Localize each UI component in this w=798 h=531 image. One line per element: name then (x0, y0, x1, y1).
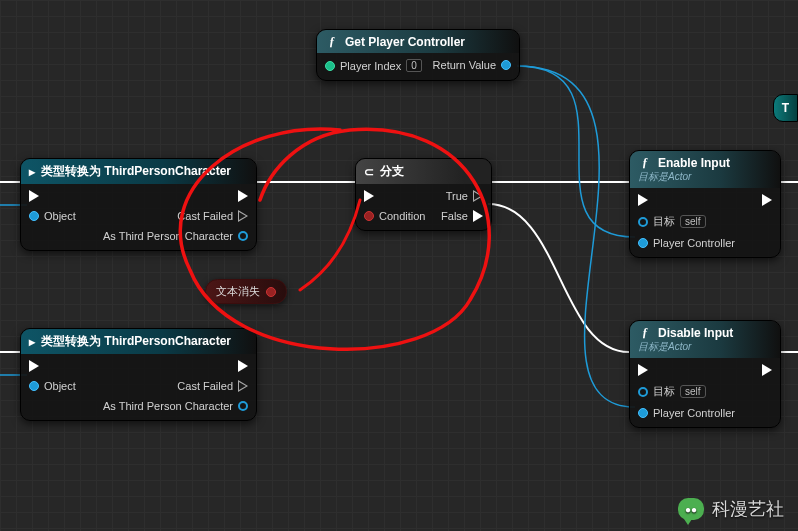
pin-exec-in[interactable] (364, 190, 425, 202)
wechat-icon: ●● (678, 498, 704, 520)
pin-label: Cast Failed (177, 210, 233, 222)
bool-pin-icon (266, 287, 276, 297)
watermark: ●● 科漫艺社 (678, 497, 784, 521)
int-pin-icon (325, 61, 335, 71)
pin-player-controller[interactable]: Player Controller (638, 407, 735, 419)
variable-label: 文本消失 (216, 284, 260, 299)
pin-label: Condition (379, 210, 425, 222)
pin-label: False (441, 210, 468, 222)
bool-pin-icon (364, 211, 374, 221)
player-index-value[interactable]: 0 (406, 59, 422, 72)
object-pin-icon (29, 211, 39, 221)
pin-cast-failed[interactable]: Cast Failed (103, 380, 248, 392)
exec-pin-icon (638, 194, 648, 206)
pin-label: Object (44, 380, 76, 392)
pin-label: As Third Person Character (103, 230, 233, 242)
exec-pin-icon (473, 190, 483, 202)
function-icon: ƒ (325, 34, 339, 49)
object-pin-icon (638, 217, 648, 227)
pin-label: True (446, 190, 468, 202)
exec-pin-icon (638, 364, 648, 376)
pin-label: As Third Person Character (103, 400, 233, 412)
self-value: self (680, 385, 706, 398)
pin-label: Cast Failed (177, 380, 233, 392)
node-branch[interactable]: ⊂ 分支 Condition True False (355, 158, 492, 231)
node-subtitle: 目标是Actor (638, 170, 691, 184)
pin-exec-in[interactable] (638, 194, 735, 206)
exec-pin-icon (762, 364, 772, 376)
node-title: 分支 (380, 163, 404, 180)
exec-pin-icon (238, 380, 248, 392)
exec-pin-icon (238, 210, 248, 222)
function-icon: ƒ (638, 325, 652, 340)
pin-false[interactable]: False (441, 210, 483, 222)
branch-icon: ⊂ (364, 165, 374, 179)
pin-label: Return Value (433, 59, 496, 71)
object-pin-icon (638, 408, 648, 418)
node-enable-input[interactable]: ƒ Enable Input 目标是Actor 目标 self Player C… (629, 150, 781, 258)
blueprint-graph[interactable]: ƒ Get Player Controller Player Index 0 R… (0, 0, 798, 531)
node-title: T (782, 101, 789, 115)
cast-icon: ▸ (29, 165, 35, 179)
pin-exec-in[interactable] (29, 190, 76, 202)
pin-cast-failed[interactable]: Cast Failed (103, 210, 248, 222)
node-header[interactable]: ƒ Disable Input 目标是Actor (630, 321, 780, 358)
pin-target[interactable]: 目标 self (638, 214, 735, 229)
pin-label: Object (44, 210, 76, 222)
pin-as-character[interactable]: As Third Person Character (103, 400, 248, 412)
pin-object[interactable]: Object (29, 210, 76, 222)
node-get-player-controller[interactable]: ƒ Get Player Controller Player Index 0 R… (316, 29, 520, 81)
pin-condition[interactable]: Condition (364, 210, 425, 222)
pin-exec-out[interactable] (103, 190, 248, 202)
self-value: self (680, 215, 706, 228)
exec-pin-icon (29, 190, 39, 202)
pin-return-value[interactable]: Return Value (433, 59, 511, 71)
node-header[interactable]: ⊂ 分支 (356, 159, 491, 184)
exec-pin-icon (238, 190, 248, 202)
exec-pin-icon (364, 190, 374, 202)
node-cast-thirdperson-2[interactable]: ▸ 类型转换为 ThirdPersonCharacter Object Cast… (20, 328, 257, 421)
node-title: 类型转换为 ThirdPersonCharacter (41, 333, 231, 350)
node-header[interactable]: ▸ 类型转换为 ThirdPersonCharacter (21, 159, 256, 184)
pin-label: 目标 (653, 214, 675, 229)
object-pin-icon (238, 231, 248, 241)
function-icon: ƒ (638, 155, 652, 170)
watermark-text: 科漫艺社 (712, 497, 784, 521)
exec-pin-icon (238, 360, 248, 372)
pin-exec-out[interactable] (103, 360, 248, 372)
object-pin-icon (638, 238, 648, 248)
pin-player-index[interactable]: Player Index 0 (325, 59, 422, 72)
pin-label: 目标 (653, 384, 675, 399)
object-pin-icon (29, 381, 39, 391)
variable-text-gone[interactable]: 文本消失 (205, 279, 287, 304)
node-disable-input[interactable]: ƒ Disable Input 目标是Actor 目标 self Player … (629, 320, 781, 428)
node-cast-thirdperson-1[interactable]: ▸ 类型转换为 ThirdPersonCharacter Object Cast… (20, 158, 257, 251)
pin-player-controller[interactable]: Player Controller (638, 237, 735, 249)
object-pin-icon (501, 60, 511, 70)
object-pin-icon (638, 387, 648, 397)
node-header[interactable]: ƒ Enable Input 目标是Actor (630, 151, 780, 188)
node-header[interactable]: ƒ Get Player Controller (317, 30, 519, 53)
exec-pin-icon (29, 360, 39, 372)
node-header[interactable]: ▸ 类型转换为 ThirdPersonCharacter (21, 329, 256, 354)
node-title: 类型转换为 ThirdPersonCharacter (41, 163, 231, 180)
node-subtitle: 目标是Actor (638, 340, 691, 354)
object-pin-icon (238, 401, 248, 411)
pin-label: Player Controller (653, 237, 735, 249)
pin-label: Player Controller (653, 407, 735, 419)
node-title: Enable Input (658, 156, 730, 170)
pin-label: Player Index (340, 60, 401, 72)
pin-exec-in[interactable] (29, 360, 76, 372)
pin-true[interactable]: True (441, 190, 483, 202)
pin-as-character[interactable]: As Third Person Character (103, 230, 248, 242)
pin-object[interactable]: Object (29, 380, 76, 392)
node-title: Disable Input (658, 326, 733, 340)
pin-target[interactable]: 目标 self (638, 384, 735, 399)
exec-pin-icon (473, 210, 483, 222)
pin-exec-out[interactable] (762, 194, 772, 206)
pin-exec-in[interactable] (638, 364, 735, 376)
node-clipped-teal[interactable]: T (773, 94, 798, 122)
cast-icon: ▸ (29, 335, 35, 349)
pin-exec-out[interactable] (762, 364, 772, 376)
node-title: Get Player Controller (345, 35, 465, 49)
